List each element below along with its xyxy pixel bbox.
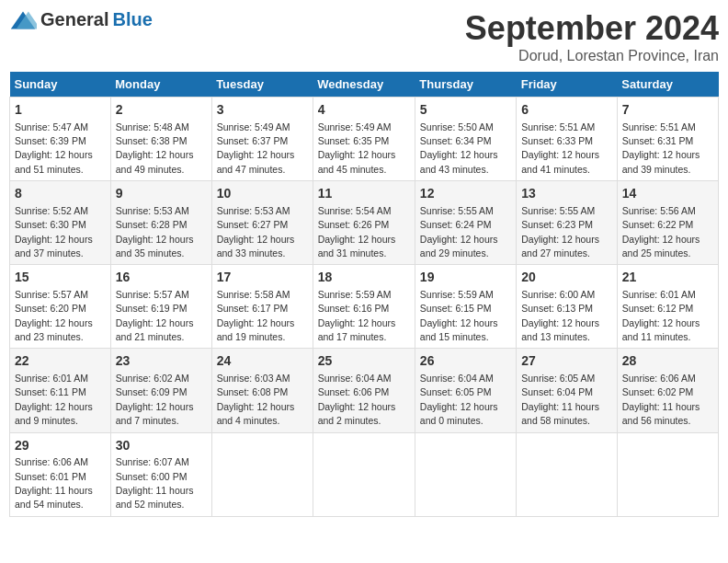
day-info: Sunrise: 5:50 AM Sunset: 6:34 PM Dayligh… (420, 121, 498, 175)
calendar-cell: 12Sunrise: 5:55 AM Sunset: 6:24 PM Dayli… (415, 181, 516, 265)
calendar-cell: 30Sunrise: 6:07 AM Sunset: 6:00 PM Dayli… (110, 432, 211, 516)
day-info: Sunrise: 5:51 AM Sunset: 6:33 PM Dayligh… (521, 121, 599, 175)
day-info: Sunrise: 6:00 AM Sunset: 6:13 PM Dayligh… (521, 289, 599, 342)
day-number: 3 (217, 101, 308, 120)
day-number: 11 (318, 185, 410, 203)
day-info: Sunrise: 5:58 AM Sunset: 6:17 PM Dayligh… (217, 289, 295, 342)
day-info: Sunrise: 5:59 AM Sunset: 6:16 PM Dayligh… (318, 289, 396, 342)
calendar-cell: 11Sunrise: 5:54 AM Sunset: 6:26 PM Dayli… (313, 181, 415, 265)
calendar-cell (517, 432, 617, 516)
day-info: Sunrise: 6:03 AM Sunset: 6:08 PM Dayligh… (217, 373, 295, 426)
calendar-cell: 24Sunrise: 6:03 AM Sunset: 6:08 PM Dayli… (211, 349, 313, 432)
logo-icon (9, 10, 37, 30)
logo-blue: Blue (112, 9, 152, 30)
day-number: 13 (521, 185, 611, 203)
calendar-cell: 26Sunrise: 6:04 AM Sunset: 6:05 PM Dayli… (415, 349, 516, 432)
day-number: 17 (217, 269, 308, 287)
day-info: Sunrise: 5:57 AM Sunset: 6:19 PM Dayligh… (116, 289, 194, 342)
day-info: Sunrise: 6:05 AM Sunset: 6:04 PM Dayligh… (521, 373, 599, 426)
location-title: Dorud, Lorestan Province, Iran (465, 48, 719, 64)
day-info: Sunrise: 5:55 AM Sunset: 6:24 PM Dayligh… (420, 205, 498, 259)
calendar-cell (211, 432, 313, 516)
calendar-cell (313, 432, 415, 516)
calendar-cell: 4Sunrise: 5:49 AM Sunset: 6:35 PM Daylig… (313, 98, 415, 181)
day-info: Sunrise: 5:57 AM Sunset: 6:20 PM Dayligh… (15, 289, 93, 342)
title-area: September 2024 Dorud, Lorestan Province,… (465, 9, 719, 64)
calendar-cell: 20Sunrise: 6:00 AM Sunset: 6:13 PM Dayli… (517, 265, 617, 349)
day-number: 2 (116, 101, 207, 120)
weekday-header-saturday: Saturday (617, 72, 718, 98)
logo-general: General (40, 9, 108, 30)
day-info: Sunrise: 5:49 AM Sunset: 6:35 PM Dayligh… (318, 121, 396, 175)
day-number: 16 (116, 269, 207, 287)
calendar-cell: 10Sunrise: 5:53 AM Sunset: 6:27 PM Dayli… (211, 181, 313, 265)
logo: GeneralBlue (9, 9, 153, 30)
calendar-cell: 16Sunrise: 5:57 AM Sunset: 6:19 PM Dayli… (110, 265, 211, 349)
day-info: Sunrise: 5:55 AM Sunset: 6:23 PM Dayligh… (521, 205, 599, 259)
calendar-cell (617, 432, 718, 516)
day-info: Sunrise: 5:56 AM Sunset: 6:22 PM Dayligh… (622, 205, 700, 259)
day-info: Sunrise: 5:49 AM Sunset: 6:37 PM Dayligh… (217, 121, 295, 175)
weekday-header-thursday: Thursday (415, 72, 516, 98)
calendar-cell: 15Sunrise: 5:57 AM Sunset: 6:20 PM Dayli… (10, 265, 111, 349)
day-info: Sunrise: 5:54 AM Sunset: 6:26 PM Dayligh… (318, 205, 396, 259)
day-number: 15 (15, 269, 106, 287)
weekday-header-tuesday: Tuesday (211, 72, 313, 98)
month-title: September 2024 (465, 9, 719, 48)
day-info: Sunrise: 6:04 AM Sunset: 6:05 PM Dayligh… (420, 373, 498, 426)
day-number: 12 (420, 185, 511, 203)
calendar-cell: 18Sunrise: 5:59 AM Sunset: 6:16 PM Dayli… (313, 265, 415, 349)
calendar-cell: 25Sunrise: 6:04 AM Sunset: 6:06 PM Dayli… (313, 349, 415, 432)
calendar-cell: 13Sunrise: 5:55 AM Sunset: 6:23 PM Dayli… (517, 181, 617, 265)
calendar-cell: 17Sunrise: 5:58 AM Sunset: 6:17 PM Dayli… (211, 265, 313, 349)
day-info: Sunrise: 6:06 AM Sunset: 6:01 PM Dayligh… (15, 456, 93, 510)
calendar-cell: 8Sunrise: 5:52 AM Sunset: 6:30 PM Daylig… (10, 181, 111, 265)
calendar-cell: 28Sunrise: 6:06 AM Sunset: 6:02 PM Dayli… (617, 349, 718, 432)
calendar-cell: 7Sunrise: 5:51 AM Sunset: 6:31 PM Daylig… (617, 98, 718, 181)
calendar-cell: 9Sunrise: 5:53 AM Sunset: 6:28 PM Daylig… (110, 181, 211, 265)
calendar-cell (415, 432, 516, 516)
day-number: 26 (420, 352, 511, 371)
day-number: 6 (521, 101, 611, 120)
day-number: 10 (217, 185, 308, 203)
day-number: 5 (420, 101, 511, 120)
calendar-cell: 6Sunrise: 5:51 AM Sunset: 6:33 PM Daylig… (517, 98, 617, 181)
day-number: 4 (318, 101, 410, 120)
calendar-cell: 23Sunrise: 6:02 AM Sunset: 6:09 PM Dayli… (110, 349, 211, 432)
day-number: 20 (521, 269, 611, 287)
calendar-table: SundayMondayTuesdayWednesdayThursdayFrid… (9, 72, 719, 517)
calendar-cell: 19Sunrise: 5:59 AM Sunset: 6:15 PM Dayli… (415, 265, 516, 349)
day-info: Sunrise: 6:07 AM Sunset: 6:00 PM Dayligh… (116, 456, 194, 510)
weekday-header-sunday: Sunday (10, 72, 111, 98)
day-number: 27 (521, 352, 611, 371)
day-number: 8 (15, 185, 106, 203)
day-info: Sunrise: 6:06 AM Sunset: 6:02 PM Dayligh… (622, 373, 700, 426)
day-number: 18 (318, 269, 410, 287)
weekday-header-friday: Friday (517, 72, 617, 98)
day-number: 9 (116, 185, 207, 203)
day-number: 22 (15, 352, 106, 371)
calendar-cell: 29Sunrise: 6:06 AM Sunset: 6:01 PM Dayli… (10, 432, 111, 516)
weekday-header-wednesday: Wednesday (313, 72, 415, 98)
day-info: Sunrise: 6:04 AM Sunset: 6:06 PM Dayligh… (318, 373, 396, 426)
day-number: 24 (217, 352, 308, 371)
day-number: 1 (15, 101, 106, 120)
day-number: 7 (622, 101, 713, 120)
weekday-header-monday: Monday (110, 72, 211, 98)
calendar-cell: 21Sunrise: 6:01 AM Sunset: 6:12 PM Dayli… (617, 265, 718, 349)
day-number: 19 (420, 269, 511, 287)
day-info: Sunrise: 5:51 AM Sunset: 6:31 PM Dayligh… (622, 121, 700, 175)
day-number: 29 (15, 437, 106, 455)
header: GeneralBlue September 2024 Dorud, Lorest… (9, 9, 719, 64)
calendar-cell: 22Sunrise: 6:01 AM Sunset: 6:11 PM Dayli… (10, 349, 111, 432)
calendar-cell: 1Sunrise: 5:47 AM Sunset: 6:39 PM Daylig… (10, 98, 111, 181)
day-number: 25 (318, 352, 410, 371)
day-info: Sunrise: 6:01 AM Sunset: 6:11 PM Dayligh… (15, 373, 93, 426)
calendar-cell: 3Sunrise: 5:49 AM Sunset: 6:37 PM Daylig… (211, 98, 313, 181)
day-number: 14 (622, 185, 713, 203)
day-number: 28 (622, 352, 713, 371)
day-info: Sunrise: 5:53 AM Sunset: 6:28 PM Dayligh… (116, 205, 194, 259)
calendar-cell: 14Sunrise: 5:56 AM Sunset: 6:22 PM Dayli… (617, 181, 718, 265)
day-number: 30 (116, 437, 207, 455)
calendar-cell: 27Sunrise: 6:05 AM Sunset: 6:04 PM Dayli… (517, 349, 617, 432)
